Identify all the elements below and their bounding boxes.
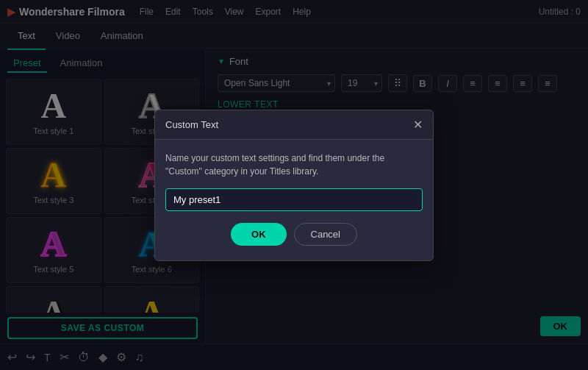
custom-text-modal: Custom Text ✕ Name your custom text sett…: [154, 110, 434, 261]
modal-footer: OK Cancel: [165, 223, 423, 249]
modal-cancel-button[interactable]: Cancel: [294, 223, 357, 246]
modal-description: Name your custom text settings and find …: [165, 152, 423, 178]
modal-ok-button[interactable]: OK: [231, 223, 287, 246]
modal-header: Custom Text ✕: [155, 110, 433, 140]
modal-preset-name-input[interactable]: [165, 188, 423, 211]
modal-overlay: Custom Text ✕ Name your custom text sett…: [0, 0, 588, 370]
modal-title: Custom Text: [165, 119, 218, 130]
app-window: ▶ Wondershare Filmora File Edit Tools Vi…: [0, 0, 588, 370]
modal-close-button[interactable]: ✕: [413, 118, 423, 132]
modal-body: Name your custom text settings and find …: [155, 140, 433, 260]
